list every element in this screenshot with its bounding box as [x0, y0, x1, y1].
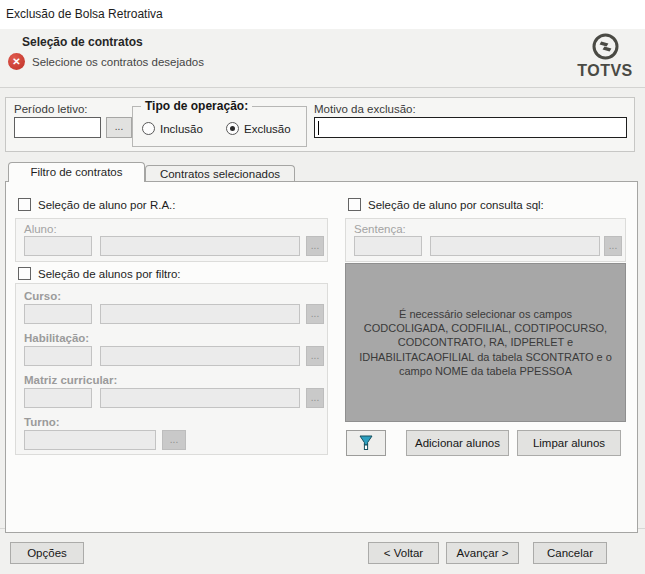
error-icon: ✕: [8, 53, 25, 70]
wizard-header: Seleção de contratos ✕ Selecione os cont…: [0, 29, 645, 88]
sentenca-groupbox: Sentença: ...: [345, 218, 626, 262]
filtro-groupbox: Curso: ... Habilitação: ... Matriz curri…: [15, 283, 328, 455]
habilitacao-nome-input: [100, 346, 300, 366]
matriz-browse-button: ...: [306, 388, 324, 408]
tab-contratos-selecionados[interactable]: Contratos selecionados: [145, 165, 295, 182]
checkbox-icon: [18, 267, 31, 280]
aluno-browse-button: ...: [306, 236, 324, 256]
checkbox-icon: [18, 198, 31, 211]
totvs-logo: TOTVS: [574, 33, 636, 80]
radio-exclusao-icon: [226, 122, 239, 135]
adicionar-alunos-button[interactable]: Adicionar alunos: [406, 430, 509, 456]
tab-filtro-de-contratos[interactable]: Filtro de contratos: [8, 162, 145, 182]
matriz-curricular-label: Matriz curricular:: [24, 374, 117, 386]
tipo-operacao-title: Tipo de operação:: [141, 99, 252, 113]
curso-browse-button: ...: [306, 304, 324, 324]
sql-info-box: É necessário selecionar os campos CODCOL…: [345, 263, 626, 422]
curso-label: Curso:: [24, 290, 61, 302]
aluno-nome-input: [100, 236, 300, 256]
footer-bar: Opções < Voltar Avançar > Cancelar: [0, 529, 645, 574]
sentenca-nome-input: [430, 236, 600, 256]
sentenca-codigo-input: [354, 236, 422, 256]
turno-browse-button: ...: [162, 430, 186, 450]
habilitacao-label: Habilitação:: [24, 332, 89, 344]
filter-button[interactable]: [346, 430, 386, 456]
window-title: Exclusão de Bolsa Retroativa: [6, 7, 163, 21]
tipo-operacao-groupbox: Tipo de operação: Inclusão Exclusão: [132, 106, 307, 147]
sentenca-browse-button: ...: [604, 236, 622, 256]
turno-label: Turno:: [24, 416, 60, 428]
habilitacao-codigo-input: [24, 346, 92, 366]
title-bar: Exclusão de Bolsa Retroativa: [0, 0, 645, 29]
habilitacao-browse-button: ...: [306, 346, 324, 366]
text-caret: [318, 121, 319, 135]
motivo-exclusao-label: Motivo da exclusão:: [314, 103, 416, 115]
radio-inclusao-icon: [142, 122, 155, 135]
checkbox-icon: [348, 198, 361, 211]
funnel-icon: [359, 435, 373, 451]
radio-inclusao[interactable]: Inclusão: [142, 122, 203, 135]
checkbox-selecao-por-ra[interactable]: Seleção de aluno por R.A.:: [18, 198, 175, 211]
tab-panel-filtro-de-contratos: Seleção de aluno por R.A.: Aluno: ... Se…: [5, 181, 638, 533]
cancelar-button[interactable]: Cancelar: [533, 542, 607, 564]
motivo-exclusao-input[interactable]: [314, 117, 627, 138]
opcoes-button[interactable]: Opções: [10, 542, 84, 564]
radio-exclusao[interactable]: Exclusão: [226, 122, 291, 135]
dialog-exclusao-bolsa-retroativa: Exclusão de Bolsa Retroativa Seleção de …: [0, 0, 645, 574]
matriz-nome-input: [100, 388, 300, 408]
radio-inclusao-label: Inclusão: [160, 123, 203, 135]
avancar-button[interactable]: Avançar >: [446, 542, 519, 564]
turno-input: [24, 430, 156, 450]
checkbox-selecao-por-sql[interactable]: Seleção de aluno por consulta sql:: [348, 198, 544, 211]
periodo-letivo-input[interactable]: [14, 117, 101, 138]
checkbox-selecao-por-ra-label: Seleção de aluno por R.A.:: [38, 199, 175, 211]
periodo-letivo-label: Período letivo:: [14, 103, 88, 115]
limpar-alunos-button[interactable]: Limpar alunos: [517, 430, 621, 456]
curso-codigo-input: [24, 304, 92, 324]
curso-nome-input: [100, 304, 300, 324]
radio-exclusao-label: Exclusão: [244, 123, 291, 135]
validation-message: Selecione os contratos desejados: [32, 56, 204, 68]
totvs-logo-text: TOTVS: [574, 62, 636, 80]
matriz-codigo-input: [24, 388, 92, 408]
voltar-button[interactable]: < Voltar: [368, 542, 439, 564]
aluno-groupbox: Aluno: ...: [15, 218, 328, 262]
checkbox-selecao-por-filtro-label: Seleção de alunos por filtro:: [38, 268, 181, 280]
filters-bar: Período letivo: ... Tipo de operação: In…: [5, 97, 635, 152]
periodo-browse-button[interactable]: ...: [106, 117, 132, 138]
checkbox-selecao-por-filtro[interactable]: Seleção de alunos por filtro:: [18, 267, 181, 280]
checkbox-selecao-por-sql-label: Seleção de aluno por consulta sql:: [368, 199, 544, 211]
sentenca-label: Sentença:: [354, 223, 406, 235]
aluno-codigo-input: [24, 236, 92, 256]
step-title: Seleção de contratos: [22, 35, 143, 49]
aluno-label: Aluno:: [24, 223, 57, 235]
totvs-logo-icon: [592, 33, 619, 60]
